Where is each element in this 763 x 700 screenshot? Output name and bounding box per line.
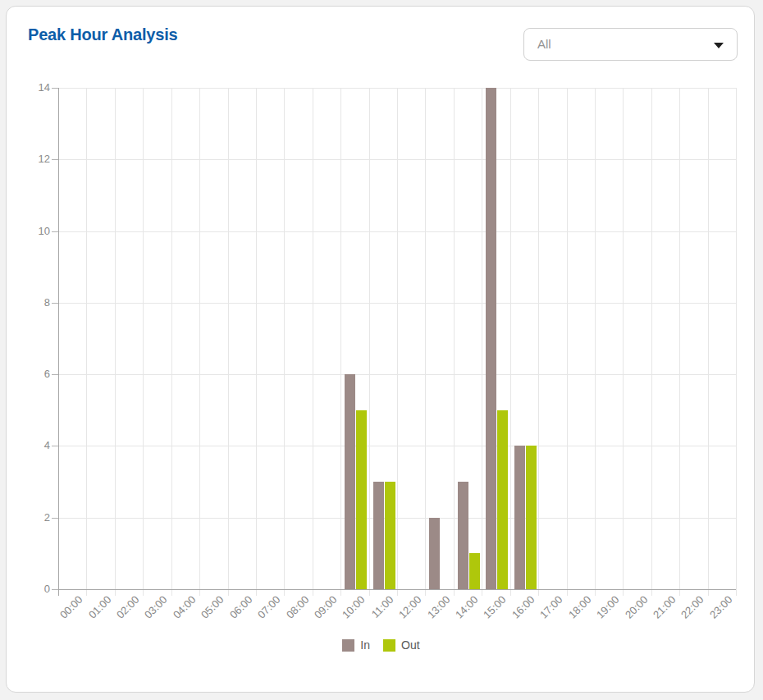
legend-item-out: Out	[383, 638, 420, 652]
chart-legend: InOut	[7, 638, 756, 652]
y-axis-tick	[52, 446, 58, 446]
bar-in-11:00	[373, 482, 384, 589]
y-tick-label: 10	[19, 225, 50, 237]
bar-in-10:00	[345, 374, 355, 589]
y-tick-label: 4	[19, 439, 50, 451]
x-gridline	[199, 88, 200, 596]
legend-label: Out	[401, 638, 420, 652]
legend-item-in: In	[342, 638, 370, 652]
y-axis-tick	[52, 303, 58, 304]
bar-out-10:00	[356, 410, 367, 589]
y-tick-label: 2	[19, 511, 50, 524]
x-gridline	[284, 88, 285, 596]
x-gridline	[623, 88, 624, 596]
y-axis-tick	[52, 88, 58, 89]
y-tick-label: 0	[19, 583, 50, 595]
x-gridline	[454, 88, 455, 596]
legend-swatch-in	[342, 639, 354, 652]
x-gridline	[340, 88, 341, 596]
x-gridline	[595, 88, 596, 596]
x-gridline	[397, 88, 398, 596]
y-axis-tick	[52, 231, 58, 232]
x-gridline	[228, 88, 229, 596]
x-gridline	[567, 88, 568, 596]
bar-out-14:00	[469, 553, 480, 589]
bar-out-15:00	[497, 410, 508, 589]
x-gridline	[708, 88, 709, 596]
legend-swatch-out	[383, 639, 395, 652]
x-gridline	[256, 88, 257, 596]
y-axis-tick	[52, 589, 58, 590]
y-tick-label: 14	[19, 81, 50, 94]
x-gridline	[510, 88, 511, 596]
x-gridline	[425, 88, 426, 596]
x-gridline	[369, 88, 370, 596]
x-gridline	[313, 88, 313, 596]
bar-out-16:00	[526, 446, 537, 589]
bar-out-11:00	[385, 482, 395, 589]
bar-in-15:00	[486, 88, 496, 589]
x-gridline	[86, 88, 87, 596]
y-tick-label: 8	[19, 296, 50, 309]
x-gridline	[736, 88, 737, 596]
x-gridline	[115, 88, 116, 596]
x-gridline	[143, 88, 144, 596]
peak-hour-analysis-card: Peak Hour Analysis All 0246810121400:000…	[6, 6, 755, 693]
bar-in-16:00	[514, 446, 525, 589]
x-gridline	[679, 88, 680, 596]
bar-in-13:00	[429, 518, 440, 589]
chart-plot-layer: 0246810121400:0001:0002:0003:0004:0005:0…	[7, 7, 756, 693]
y-tick-label: 6	[19, 368, 50, 380]
x-gridline	[171, 88, 172, 596]
x-gridline	[482, 88, 482, 596]
y-tick-label: 12	[19, 153, 50, 165]
y-axis-tick	[52, 374, 58, 375]
x-gridline	[538, 88, 539, 596]
legend-label: In	[360, 638, 370, 652]
x-axis-line	[58, 589, 736, 590]
bar-in-14:00	[458, 482, 468, 589]
y-axis-tick	[52, 159, 58, 160]
y-axis-line	[58, 88, 59, 596]
x-gridline	[651, 88, 652, 596]
y-axis-tick	[52, 518, 58, 519]
